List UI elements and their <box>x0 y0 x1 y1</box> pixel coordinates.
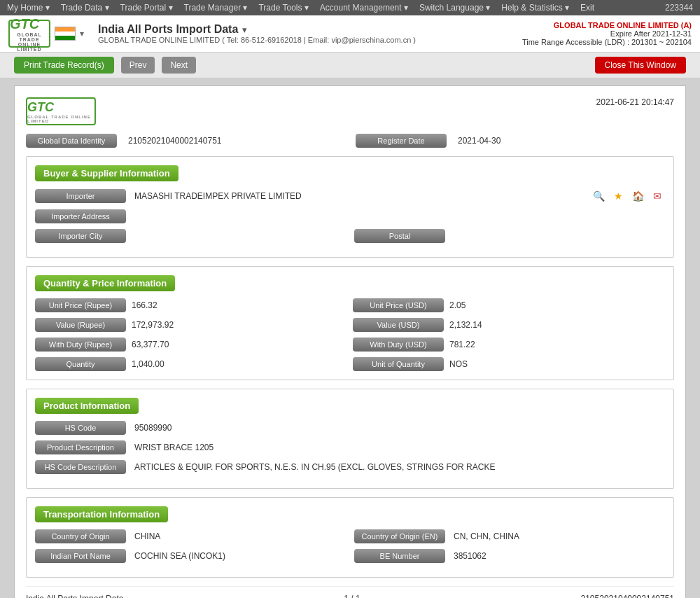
next-button[interactable]: Next <box>162 57 196 74</box>
with-duty-usd-label: With Duty (USD) <box>353 338 444 352</box>
quantity-grid: Unit Price (Rupee) 166.32 Unit Price (US… <box>35 298 665 371</box>
record-datetime: 2021-06-21 20:14:47 <box>596 97 674 107</box>
unit-price-usd-value: 2.05 <box>449 300 665 310</box>
register-date-value: 2021-04-30 <box>458 136 674 146</box>
card-header: GTC GLOBAL TRADE ONLINE LIMITED 2021-06-… <box>26 97 674 125</box>
top-navigation: My Home ▾ Trade Data ▾ Trade Portal ▾ Tr… <box>0 0 700 15</box>
nav-exit[interactable]: Exit <box>580 3 594 13</box>
home-icon[interactable]: 🏠 <box>630 188 645 204</box>
expire-date: Expire After 2021-12-31 <box>522 29 692 38</box>
user-id: 223344 <box>665 3 693 13</box>
importer-label: Importer <box>35 189 126 203</box>
footer-right: 21052021040002140751 <box>581 594 674 598</box>
record-card: GTC GLOBAL TRADE ONLINE LIMITED 2021-06-… <box>14 85 686 598</box>
value-usd-value: 2,132.14 <box>449 320 665 330</box>
unit-price-rupee-row: Unit Price (Rupee) 166.32 <box>35 298 347 312</box>
unit-of-quantity-row: Unit of Quantity NOS <box>353 357 665 371</box>
with-duty-usd-value: 781.22 <box>449 340 665 349</box>
with-duty-rupee-label: With Duty (Rupee) <box>35 338 126 352</box>
top-toolbar: Print Trade Record(s) Prev Next Close Th… <box>0 53 700 78</box>
prev-button[interactable]: Prev <box>121 57 155 74</box>
unit-price-usd-label: Unit Price (USD) <box>353 298 444 312</box>
search-icon[interactable]: 🔍 <box>591 188 606 204</box>
product-description-label: Product Description <box>35 440 126 454</box>
value-rupee-label: Value (Rupee) <box>35 318 126 332</box>
hs-code-row: HS Code 95089990 <box>35 421 665 435</box>
value-rupee-row: Value (Rupee) 172,973.92 <box>35 318 347 332</box>
importer-value: MASASHI TRADEIMPEX PRIVATE LIMITED <box>134 191 582 201</box>
quantity-price-section: Quantity & Price Information Unit Price … <box>26 266 674 380</box>
header-subtitle: GLOBAL TRADE ONLINE LIMITED ( Tel: 86-51… <box>98 36 508 44</box>
transport-section: Transportation Information Country of Or… <box>26 497 674 578</box>
nav-trade-manager[interactable]: Trade Manager ▾ <box>184 3 248 13</box>
value-usd-label: Value (USD) <box>353 318 444 332</box>
importer-city-label: Importer City <box>35 229 126 243</box>
be-number-label: BE Number <box>354 549 445 563</box>
card-footer: India All Ports Import Data 1 / 1 210520… <box>26 586 674 598</box>
importer-address-row: Importer Address <box>35 209 665 223</box>
importer-address-label: Importer Address <box>35 209 126 223</box>
flag-icon <box>55 27 76 41</box>
importer-row: Importer MASASHI TRADEIMPEX PRIVATE LIMI… <box>35 188 665 204</box>
product-section: Product Information HS Code 95089990 Pro… <box>26 389 674 489</box>
country-origin-row: Country of Origin CHINA Country of Origi… <box>35 529 665 543</box>
print-button[interactable]: Print Trade Record(s) <box>14 57 114 74</box>
product-description-value: WRIST BRACE 1205 <box>134 443 665 452</box>
be-number-value: 3851062 <box>454 551 665 561</box>
quantity-row: Quantity 1,040.00 <box>35 357 347 371</box>
nav-my-home[interactable]: My Home ▾ <box>7 3 50 13</box>
unit-price-rupee-label: Unit Price (Rupee) <box>35 298 126 312</box>
nav-switch-language[interactable]: Switch Language ▾ <box>419 3 490 13</box>
global-data-identity-value: 21052021040002140751 <box>128 136 344 146</box>
time-range: Time Range Accessible (LDR) : 201301 ~ 2… <box>522 38 692 46</box>
country-of-origin-label: Country of Origin <box>35 529 126 543</box>
footer-center: 1 / 1 <box>344 594 360 598</box>
country-of-origin-en-value: CN, CHN, CHINA <box>454 531 665 541</box>
value-usd-row: Value (USD) 2,132.14 <box>353 318 665 332</box>
card-logo: GTC GLOBAL TRADE ONLINE LIMITED <box>26 97 96 125</box>
value-rupee-value: 172,973.92 <box>132 320 347 330</box>
transport-header: Transportation Information <box>35 506 168 522</box>
unit-price-usd-row: Unit Price (USD) 2.05 <box>353 298 665 312</box>
with-duty-usd-row: With Duty (USD) 781.22 <box>353 338 665 352</box>
company-logo: GTC GLOBAL TRADE ONLINE LIMITED <box>8 20 50 48</box>
product-description-row: Product Description WRIST BRACE 1205 <box>35 440 665 454</box>
nav-account-management[interactable]: Account Management ▾ <box>320 3 408 13</box>
quantity-price-header: Quantity & Price Information <box>35 275 175 291</box>
hs-code-label: HS Code <box>35 421 126 435</box>
global-data-identity-label: Global Data Identity <box>26 134 117 148</box>
indian-port-row: Indian Port Name COCHIN SEA (INCOK1) BE … <box>35 549 665 563</box>
close-window-button[interactable]: Close This Window <box>595 57 686 74</box>
country-of-origin-en-label: Country of Origin (EN) <box>354 529 445 543</box>
quantity-value: 1,040.00 <box>132 359 347 369</box>
hs-code-description-row: HS Code Description ARTICLES & EQUIP. FO… <box>35 460 665 474</box>
footer-left: India All Ports Import Data <box>26 594 123 598</box>
buyer-supplier-header: Buyer & Supplier Information <box>35 165 178 181</box>
header-right: GLOBAL TRADE ONLINE LIMITED (A) Expire A… <box>522 21 692 46</box>
buyer-supplier-section: Buyer & Supplier Information Importer MA… <box>26 156 674 258</box>
with-duty-rupee-row: With Duty (Rupee) 63,377.70 <box>35 338 347 352</box>
nav-help-statistics[interactable]: Help & Statistics ▾ <box>501 3 569 13</box>
title-dropdown[interactable]: ▾ <box>242 25 247 35</box>
hs-code-description-value: ARTICLES & EQUIP. FOR SPORTS, N.E.S. IN … <box>134 462 665 472</box>
nav-trade-data[interactable]: Trade Data ▾ <box>61 3 109 13</box>
indian-port-value: COCHIN SEA (INCOK1) <box>134 551 346 561</box>
postal-label: Postal <box>354 229 445 243</box>
unit-of-quantity-value: NOS <box>449 359 665 369</box>
nav-trade-tools[interactable]: Trade Tools ▾ <box>258 3 308 13</box>
country-of-origin-value: CHINA <box>134 531 346 541</box>
nav-trade-portal[interactable]: Trade Portal ▾ <box>120 3 173 13</box>
register-date-label: Register Date <box>356 134 447 148</box>
hs-code-description-label: HS Code Description <box>35 460 126 474</box>
email-icon[interactable]: ✉ <box>650 188 665 204</box>
main-content: GTC GLOBAL TRADE ONLINE LIMITED 2021-06-… <box>0 78 700 598</box>
star-icon[interactable]: ★ <box>610 188 626 204</box>
importer-icons: 🔍 ★ 🏠 ✉ <box>591 188 665 204</box>
identity-row: Global Data Identity 2105202104000214075… <box>26 134 674 148</box>
quantity-label: Quantity <box>35 357 126 371</box>
page-title: India All Ports Import Data <box>98 23 238 36</box>
header-bar: GTC GLOBAL TRADE ONLINE LIMITED ▾ India … <box>0 15 700 53</box>
company-name: GLOBAL TRADE ONLINE LIMITED (A) <box>522 21 692 29</box>
with-duty-rupee-value: 63,377.70 <box>132 340 347 349</box>
logo-area: GTC GLOBAL TRADE ONLINE LIMITED ▾ <box>8 20 84 48</box>
